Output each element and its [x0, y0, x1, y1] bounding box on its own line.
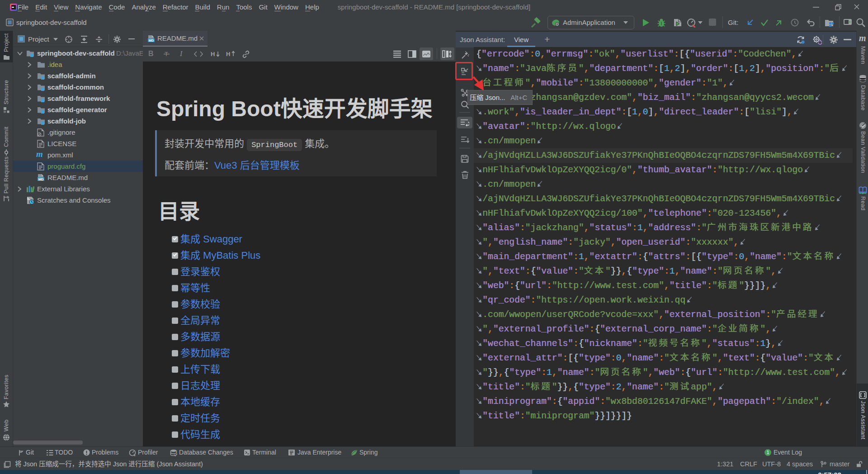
svg-text:MD: MD: [149, 38, 154, 43]
svg-text:MD: MD: [38, 177, 44, 181]
svg-text:H: H: [226, 51, 230, 57]
svg-text:E: E: [290, 452, 292, 455]
svg-text:H: H: [211, 51, 215, 57]
